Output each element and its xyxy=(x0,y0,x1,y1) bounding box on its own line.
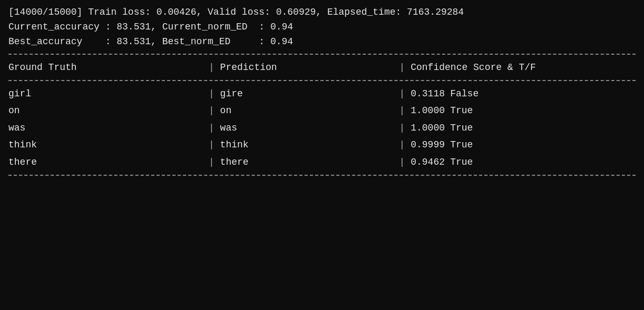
cell-score: 0.9999 xyxy=(411,136,450,153)
separator-2: | xyxy=(399,59,411,76)
separator-row-2: | xyxy=(399,102,411,119)
cell-ground-truth: girl xyxy=(8,85,209,102)
table-row: there | there | 0.9462 True xyxy=(8,154,636,171)
separator-row-2: | xyxy=(399,154,411,171)
cell-correct: True xyxy=(450,119,473,136)
separator-row-1: | xyxy=(209,136,220,153)
progress-line: [14000/15000] Train loss: 0.00426, Valid… xyxy=(8,5,636,20)
cell-correct: True xyxy=(450,136,473,153)
separator-row-2: | xyxy=(399,119,411,136)
cell-prediction: think xyxy=(220,136,399,153)
cell-prediction: on xyxy=(220,102,399,119)
separator-row-1: | xyxy=(209,119,220,136)
cell-correct: False xyxy=(450,85,479,102)
cell-prediction: was xyxy=(220,119,399,136)
table-row: on | on | 1.0000 True xyxy=(8,102,636,119)
divider-header xyxy=(8,80,636,81)
cell-correct: True xyxy=(450,102,473,119)
table-header-row: Ground Truth | Prediction | Confidence S… xyxy=(8,59,636,76)
table-body: girl | gire | 0.3118 False on | on | 1.0… xyxy=(8,85,636,171)
table-row: was | was | 1.0000 True xyxy=(8,119,636,136)
table-row: girl | gire | 0.3118 False xyxy=(8,85,636,102)
cell-score: 0.9462 xyxy=(411,154,450,171)
cell-ground-truth: think xyxy=(8,136,209,153)
cell-ground-truth: there xyxy=(8,154,209,171)
divider-top xyxy=(8,54,636,55)
header-ground-truth: Ground Truth xyxy=(8,59,209,76)
separator-row-2: | xyxy=(399,136,411,153)
terminal-container: [14000/15000] Train loss: 0.00426, Valid… xyxy=(0,0,644,310)
cell-prediction: there xyxy=(220,154,399,171)
separator-row-2: | xyxy=(399,85,411,102)
cell-score: 1.0000 xyxy=(411,119,450,136)
cell-ground-truth: was xyxy=(8,119,209,136)
cell-prediction: gire xyxy=(220,85,399,102)
separator-row-1: | xyxy=(209,154,220,171)
best-accuracy-line: Best_accuracy : 83.531, Best_norm_ED : 0… xyxy=(8,35,636,49)
separator-row-1: | xyxy=(209,85,220,102)
current-accuracy-line: Current_accuracy : 83.531, Current_norm_… xyxy=(8,20,636,35)
header-prediction: Prediction xyxy=(220,59,399,76)
separator-1: | xyxy=(209,59,220,76)
table-row: think | think | 0.9999 True xyxy=(8,136,636,153)
cell-score: 0.3118 xyxy=(411,85,450,102)
header-confidence: Confidence Score & T/F xyxy=(411,59,636,76)
cell-ground-truth: on xyxy=(8,102,209,119)
cell-correct: True xyxy=(450,154,473,171)
separator-row-1: | xyxy=(209,102,220,119)
divider-bottom xyxy=(8,175,636,176)
cell-score: 1.0000 xyxy=(411,102,450,119)
